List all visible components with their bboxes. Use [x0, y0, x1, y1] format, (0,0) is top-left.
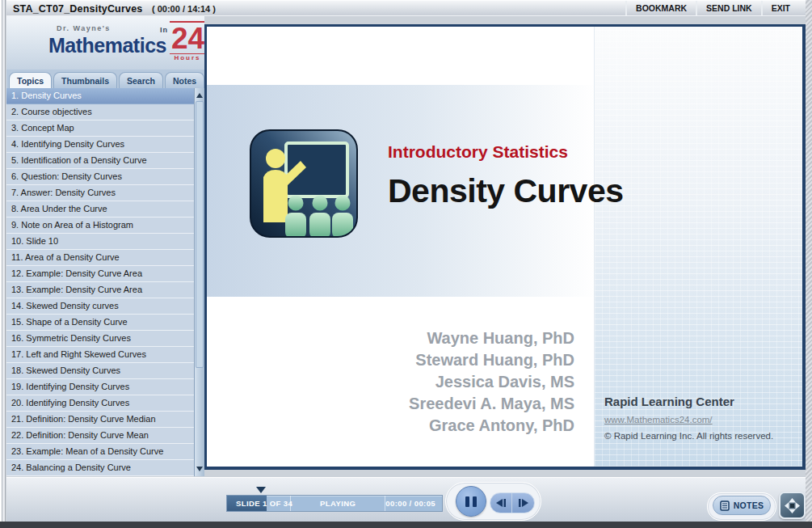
topic-item[interactable]: 23. Example: Mean of a Density Curve	[6, 444, 204, 460]
progress-slide-label: SLIDE 1 OF 34	[227, 496, 290, 511]
prev-next-control	[490, 492, 535, 513]
notes-page-icon	[720, 501, 730, 511]
slide-stage: Rapid Learning Center www.Mathematics24.…	[207, 27, 802, 467]
topic-item[interactable]: 16. Symmetric Density Curves	[6, 331, 204, 347]
titlebar-action-bookmark[interactable]: BOOKMARK	[625, 1, 696, 15]
topic-item[interactable]: 1. Density Curves	[6, 88, 204, 104]
tab-notes[interactable]: Notes	[165, 72, 204, 88]
scroll-down-arrow[interactable]	[195, 463, 204, 475]
topic-item[interactable]: 19. Identifying Density Curves	[6, 379, 204, 395]
topic-item[interactable]: 13. Example: Density Curve Area	[6, 282, 204, 298]
sidebar: Dr. Wayne's Mathematics In 24 Hours Topi…	[6, 16, 204, 476]
brand-pre-text: Dr. Wayne's	[57, 24, 111, 32]
slide-frame: Rapid Learning Center www.Mathematics24.…	[204, 24, 806, 470]
course-total-time: ( 00:00 / 14:14 )	[152, 4, 216, 14]
slide-title: Density Curves	[388, 172, 624, 210]
tab-thumbnails[interactable]: Thumbnails	[53, 72, 117, 88]
topic-item[interactable]: 12. Example: Density Curve Area	[6, 266, 204, 282]
window-left-edge	[0, 0, 6, 528]
window-bottom-strip	[0, 522, 812, 528]
topic-item[interactable]: 21. Definition: Density Curve Median	[6, 412, 204, 428]
topic-item[interactable]: 24. Balancing a Density Curve	[6, 460, 204, 476]
brand-hours-text: Hours	[170, 53, 204, 61]
notes-button-label: NOTES	[734, 501, 764, 510]
slide-subject: Introductory Statistics	[388, 142, 568, 162]
author-name: Grace Antony, PhD	[409, 415, 574, 437]
sidebar-tabs: TopicsThumbnailsSearchNotes	[6, 70, 204, 88]
pause-icon	[473, 496, 477, 507]
topic-item[interactable]: 2. Course objectives	[6, 104, 204, 120]
author-name: Jessica Davis, MS	[409, 371, 574, 393]
author-name: Steward Huang, PhD	[409, 349, 574, 371]
titlebar-action-send-link[interactable]: SEND LINK	[696, 1, 761, 15]
authors-list: Wayne Huang, PhDSteward Huang, PhDJessic…	[409, 327, 574, 437]
progress-track[interactable]: SLIDE 1 OF 34 PLAYING 00:00 / 00:05	[226, 495, 443, 512]
window-right-edge	[806, 0, 812, 528]
seek-position-triangle[interactable]	[256, 487, 266, 493]
org-url-link[interactable]: www.Mathematics24.com/	[604, 415, 797, 425]
next-slide-button[interactable]	[512, 493, 534, 513]
notes-button[interactable]: NOTES	[713, 496, 771, 515]
pause-icon	[465, 496, 469, 507]
pause-button[interactable]	[456, 486, 486, 517]
tab-search[interactable]: Search	[119, 72, 163, 88]
topic-item[interactable]: 7. Answer: Density Curves	[6, 185, 204, 201]
titlebar-action-exit[interactable]: EXIT	[761, 1, 799, 15]
topics-list: 1. Density Curves2. Course objectives3. …	[6, 88, 204, 476]
progress-time: 00:00 / 00:05	[385, 496, 442, 511]
fullscreen-arrows-icon	[784, 497, 801, 514]
slide-right-column: Rapid Learning Center www.Mathematics24.…	[594, 27, 802, 467]
topic-item[interactable]: 5. Identification of a Density Curve	[6, 153, 204, 169]
progress-status: PLAYING	[290, 496, 385, 511]
topics-scrollbar[interactable]	[194, 88, 204, 476]
fullscreen-button[interactable]	[779, 492, 806, 519]
topic-item[interactable]: 17. Left and Right Skewed Curves	[6, 347, 204, 363]
tab-topics[interactable]: Topics	[9, 72, 52, 88]
scrollbar-thumb[interactable]	[196, 101, 204, 368]
brand-24-block: In 24 Hours	[170, 21, 204, 61]
brand-logo: Dr. Wayne's Mathematics In 24 Hours	[6, 16, 204, 70]
topic-item[interactable]: 20. Identifying Density Curves	[6, 395, 204, 412]
topic-item[interactable]: 22. Definition: Density Curve Mean	[6, 428, 204, 444]
brand-number: 24	[170, 21, 204, 55]
topic-item[interactable]: 15. Shape of a Density Curve	[6, 315, 204, 331]
step-forward-icon	[518, 498, 529, 508]
title-bar: STA_CT07_DensityCurves ( 00:00 / 14:14 )…	[6, 0, 806, 16]
topic-item[interactable]: 14. Skewed Density curves	[6, 298, 204, 315]
topic-item[interactable]: 18. Skewed Density Curves	[6, 363, 204, 379]
topic-item[interactable]: 4. Identifying Density Curves	[6, 137, 204, 153]
titlebar-actions: BOOKMARKSEND LINKEXIT	[625, 1, 799, 15]
org-copyright: © Rapid Learning Inc. All rights reserve…	[604, 431, 797, 441]
org-name: Rapid Learning Center	[604, 395, 797, 408]
topic-item[interactable]: 8. Area Under the Curve	[6, 201, 204, 218]
teacher-classroom-icon	[249, 129, 359, 239]
topic-item[interactable]: 11. Area of a Density Curve	[6, 250, 204, 266]
author-name: Wayne Huang, PhD	[409, 327, 574, 349]
brand-in-text: In	[160, 26, 168, 34]
org-block: Rapid Learning Center www.Mathematics24.…	[604, 395, 797, 441]
topic-item[interactable]: 9. Note on Area of a Histogram	[6, 218, 204, 234]
scroll-up-arrow[interactable]	[195, 90, 204, 101]
topic-item[interactable]: 10. Slide 10	[6, 234, 204, 250]
author-name: Sreedevi A. Maya, MS	[409, 393, 574, 415]
topic-item[interactable]: 3. Concept Map	[6, 120, 204, 137]
topic-item[interactable]: 6. Question: Density Curves	[6, 169, 204, 185]
course-title: STA_CT07_DensityCurves	[13, 3, 142, 15]
brand-name: Mathematics	[48, 34, 166, 57]
step-back-icon	[495, 498, 507, 508]
previous-slide-button[interactable]	[490, 493, 512, 513]
